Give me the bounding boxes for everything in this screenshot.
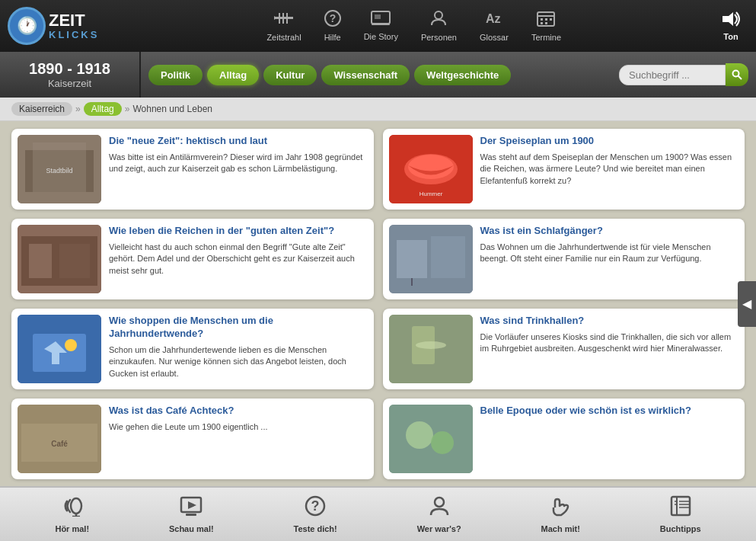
top-navigation: 🕐 ZEIT KLICKS Zeitstrahl ? Hilfe Die Sto… xyxy=(0,0,756,52)
articles-grid: Stadtbild Die "neue Zeit": hektisch und … xyxy=(11,129,745,479)
article-title-a6: Was sind Trinkhallen? xyxy=(480,315,739,328)
svg-line-21 xyxy=(738,76,742,80)
svg-text:Az: Az xyxy=(486,12,501,25)
svg-rect-8 xyxy=(372,24,390,25)
article-thumb-a4 xyxy=(389,225,473,293)
nav-personen[interactable]: Personen xyxy=(413,7,464,45)
svg-rect-16 xyxy=(550,18,552,21)
bottom-wer-wars[interactable]: Wer war's? xyxy=(417,495,461,533)
nav-die-story[interactable]: Die Story xyxy=(356,8,406,44)
nav-ton[interactable]: Ton xyxy=(713,8,748,44)
svg-marker-1 xyxy=(274,16,277,20)
article-desc-a1: Was bitte ist ein Antilärmverein? Dieser… xyxy=(109,152,368,175)
article-thumb-a6 xyxy=(389,315,473,383)
svg-point-51 xyxy=(71,498,81,514)
tab-alltag[interactable]: Alltag xyxy=(207,65,259,85)
article-title-a7: Was ist das Café Achteck? xyxy=(109,405,368,418)
zeitstrahl-icon xyxy=(274,10,294,31)
svg-text:Café: Café xyxy=(51,440,68,448)
article-card-a4[interactable]: Was ist ein Schlafgänger? Das Wohnen um … xyxy=(383,219,745,299)
hor-mal-icon xyxy=(61,495,84,522)
breadcrumb-alltag[interactable]: Alltag xyxy=(84,102,122,116)
svg-text:Stadtbild: Stadtbild xyxy=(46,167,72,174)
nav-zeitstrahl-label: Zeitstrahl xyxy=(266,33,301,42)
die-story-icon xyxy=(371,11,391,30)
article-thumb-a2: Hummer xyxy=(389,135,473,203)
article-text-a7: Was ist das Café Achteck? Wie gehen die … xyxy=(109,405,368,473)
article-card-a3[interactable]: Wie leben die Reichen in der "guten alte… xyxy=(11,219,374,299)
article-card-a5[interactable]: Wie shoppen die Menschen um die Jahrhund… xyxy=(11,309,374,389)
svg-rect-43 xyxy=(419,364,427,376)
tab-weltgeschichte[interactable]: Weltgeschichte xyxy=(414,65,511,85)
nav-zeitstrahl[interactable]: Zeitstrahl xyxy=(259,7,308,45)
svg-text:?: ? xyxy=(329,12,336,24)
articles-area[interactable]: Stadtbild Die "neue Zeit": hektisch und … xyxy=(0,121,756,486)
logo-clock-icon: 🕐 xyxy=(8,7,46,45)
bottom-hor-mal[interactable]: Hör mal! xyxy=(55,495,89,533)
breadcrumb-kaiserreich[interactable]: Kaiserreich xyxy=(11,102,72,116)
nav-items: Zeitstrahl ? Hilfe Die Story Personen Az… xyxy=(114,7,713,45)
svg-rect-4 xyxy=(286,13,288,24)
article-title-a8: Belle Epoque oder wie schön ist es wirkl… xyxy=(480,405,739,418)
article-card-a8[interactable]: Belle Epoque oder wie schön ist es wirkl… xyxy=(383,399,745,479)
article-card-a7[interactable]: Café Was ist das Café Achteck? Wie gehen… xyxy=(11,399,374,479)
article-desc-a5: Schon um die Jahrhundertewende lieben es… xyxy=(109,344,368,379)
nav-hilfe[interactable]: ? Hilfe xyxy=(317,7,349,45)
bottom-wer-wars-label: Wer war's? xyxy=(417,524,461,533)
tab-wissenschaft[interactable]: Wissenschaft xyxy=(321,65,410,85)
bottom-mach-mit[interactable]: Mach mit! xyxy=(541,495,580,533)
svg-rect-15 xyxy=(545,18,547,21)
breadcrumb: Kaiserreich » Alltag » Wohnen und Leben xyxy=(0,98,756,121)
breadcrumb-sep-2: » xyxy=(125,104,130,114)
scroll-arrow[interactable]: ◀ xyxy=(738,281,756,327)
article-card-a1[interactable]: Stadtbild Die "neue Zeit": hektisch und … xyxy=(11,129,374,210)
svg-rect-9 xyxy=(375,14,381,19)
search-button[interactable] xyxy=(726,63,748,86)
svg-point-40 xyxy=(65,339,77,351)
article-thumb-a5 xyxy=(18,315,101,383)
nav-termine[interactable]: Termine xyxy=(524,7,569,45)
article-title-a3: Wie leben die Reichen in der "guten alte… xyxy=(109,225,368,238)
period-bar: 1890 - 1918 Kaiserzeit Politik Alltag Ku… xyxy=(0,52,756,98)
tab-politik[interactable]: Politik xyxy=(148,65,203,85)
bottom-schau-mal-label: Schau mal! xyxy=(169,524,214,533)
search-input[interactable] xyxy=(619,65,726,85)
nav-die-story-label: Die Story xyxy=(364,32,398,41)
article-card-a6[interactable]: Was sind Trinkhallen? Die Vorläufer unse… xyxy=(383,309,745,389)
article-card-a2[interactable]: Hummer Der Speiseplan um 1900 Was steht … xyxy=(383,129,745,210)
article-text-a6: Was sind Trinkhallen? Die Vorläufer unse… xyxy=(480,315,739,383)
breadcrumb-current: Wohnen und Leben xyxy=(132,104,212,114)
bottom-navigation: Hör mal! Schau mal! ? Teste dich! Wer wa… xyxy=(0,486,756,541)
article-text-a2: Der Speiseplan um 1900 Was steht auf dem… xyxy=(480,135,739,203)
svg-point-28 xyxy=(408,155,454,179)
period-years: 1890 - 1918 xyxy=(29,60,110,78)
article-thumb-a3 xyxy=(18,225,101,293)
svg-point-20 xyxy=(733,71,739,77)
article-desc-a2: Was steht auf dem Speiseplan der Mensche… xyxy=(480,152,739,187)
article-thumb-a7: Café xyxy=(18,405,101,473)
article-text-a4: Was ist ein Schlafgänger? Das Wohnen um … xyxy=(480,225,739,293)
bottom-buchtipps-label: Buchtipps xyxy=(660,524,701,533)
bottom-schau-mal[interactable]: Schau mal! xyxy=(169,495,214,533)
article-desc-a6: Die Vorläufer unseres Kiosks sind die Tr… xyxy=(480,331,739,355)
article-title-a2: Der Speiseplan um 1900 xyxy=(480,135,739,148)
glossar-icon: Az xyxy=(484,10,504,31)
logo[interactable]: 🕐 ZEIT KLICKS xyxy=(8,7,99,45)
article-text-a5: Wie shoppen die Menschen um die Jahrhund… xyxy=(109,315,368,383)
svg-marker-19 xyxy=(723,12,733,26)
nav-personen-label: Personen xyxy=(421,33,457,42)
svg-rect-18 xyxy=(545,22,547,24)
main-content: Stadtbild Die "neue Zeit": hektisch und … xyxy=(0,121,756,486)
article-text-a8: Belle Epoque oder wie schön ist es wirkl… xyxy=(480,405,739,473)
logo-klicks-text: KLICKS xyxy=(49,29,99,40)
buchtipps-icon xyxy=(669,495,692,522)
svg-rect-56 xyxy=(186,514,196,516)
bottom-buchtipps[interactable]: Buchtipps xyxy=(660,495,701,533)
article-thumb-a8 xyxy=(389,405,473,473)
svg-rect-32 xyxy=(29,244,52,278)
nav-glossar[interactable]: Az Glossar xyxy=(472,7,516,45)
article-title-a1: Die "neue Zeit": hektisch und laut xyxy=(109,135,368,148)
tab-kultur[interactable]: Kultur xyxy=(263,65,317,85)
bottom-teste-dich[interactable]: ? Teste dich! xyxy=(294,495,337,533)
article-text-a1: Die "neue Zeit": hektisch und laut Was b… xyxy=(109,135,368,203)
